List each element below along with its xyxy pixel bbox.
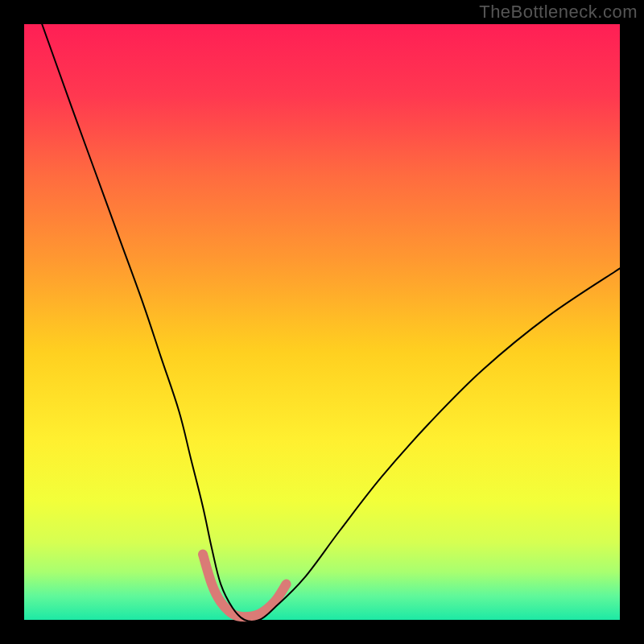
curve-layer (24, 24, 620, 620)
plot-area (24, 24, 620, 620)
bottleneck-curve-path (42, 24, 620, 621)
watermark-text: TheBottleneck.com (479, 2, 638, 23)
chart-frame: TheBottleneck.com (0, 0, 644, 644)
